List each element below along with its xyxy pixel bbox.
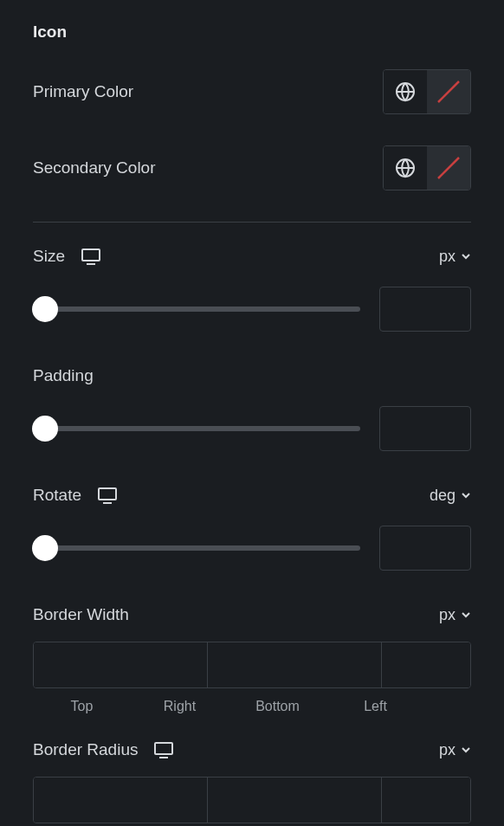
secondary-color-swatch-button[interactable] — [427, 146, 470, 190]
svg-rect-10 — [155, 743, 172, 754]
chevron-down-icon — [461, 253, 471, 260]
svg-line-5 — [438, 158, 459, 178]
size-slider-thumb[interactable] — [32, 296, 58, 322]
section-title: Icon — [33, 23, 471, 42]
border-radius-right-input[interactable] — [208, 778, 382, 823]
desktop-icon[interactable] — [153, 741, 174, 758]
rotate-unit-select[interactable]: deg — [430, 487, 471, 505]
border-width-label: Border Width — [33, 605, 129, 624]
rotate-slider[interactable] — [33, 545, 360, 551]
svg-rect-8 — [99, 488, 116, 500]
border-width-left-label: Left — [326, 699, 424, 714]
divider — [33, 222, 471, 223]
border-width-bottom-input[interactable] — [382, 642, 471, 687]
chevron-down-icon — [461, 611, 471, 618]
rotate-slider-thumb[interactable] — [32, 535, 58, 561]
desktop-icon[interactable] — [97, 487, 118, 504]
globe-icon — [395, 158, 416, 178]
primary-color-swatch-button[interactable] — [427, 70, 470, 113]
desktop-icon[interactable] — [81, 248, 101, 265]
size-unit-select[interactable]: px — [439, 248, 471, 266]
border-width-unit-select[interactable]: px — [439, 606, 471, 624]
size-slider[interactable] — [33, 307, 360, 312]
no-color-icon — [433, 76, 464, 107]
primary-color-row: Primary Color — [33, 69, 471, 114]
primary-color-label: Primary Color — [33, 82, 133, 101]
border-width-section: Border Width px Top Right Bottom Left — [33, 605, 471, 714]
size-input[interactable] — [379, 287, 471, 332]
border-width-labels: Top Right Bottom Left — [33, 699, 471, 714]
border-radius-section: Border Radius px Top Right Bottom — [33, 740, 471, 826]
border-radius-inputs — [33, 777, 471, 823]
size-section: Size px — [33, 247, 471, 332]
border-radius-unit-select[interactable]: px — [439, 741, 471, 759]
svg-line-2 — [438, 81, 459, 102]
border-radius-label: Border Radius — [33, 740, 138, 759]
padding-label: Padding — [33, 366, 94, 385]
border-width-inputs — [33, 642, 471, 688]
border-width-top-input[interactable] — [34, 642, 208, 687]
padding-slider[interactable] — [33, 426, 360, 431]
secondary-color-control — [383, 145, 471, 190]
border-width-right-input[interactable] — [208, 642, 382, 687]
no-color-icon — [433, 152, 464, 184]
border-width-top-label: Top — [33, 699, 131, 714]
padding-section: Padding — [33, 366, 471, 451]
border-radius-bottom-input[interactable] — [382, 778, 471, 823]
padding-slider-thumb[interactable] — [32, 416, 58, 442]
chevron-down-icon — [461, 492, 471, 499]
border-width-right-label: Right — [131, 699, 229, 714]
svg-rect-6 — [82, 249, 100, 261]
size-label: Size — [33, 247, 65, 266]
secondary-color-label: Secondary Color — [33, 158, 156, 177]
rotate-label: Rotate — [33, 486, 81, 505]
border-radius-top-input[interactable] — [34, 778, 208, 823]
primary-color-control — [383, 69, 471, 114]
rotate-section: Rotate deg — [33, 486, 471, 571]
rotate-input[interactable] — [379, 526, 471, 571]
border-width-bottom-label: Bottom — [229, 699, 326, 714]
secondary-color-row: Secondary Color — [33, 145, 471, 190]
chevron-down-icon — [461, 746, 471, 753]
globe-icon — [395, 81, 416, 102]
primary-color-global-button[interactable] — [384, 70, 427, 113]
secondary-color-global-button[interactable] — [384, 146, 427, 190]
padding-input[interactable] — [379, 406, 471, 451]
